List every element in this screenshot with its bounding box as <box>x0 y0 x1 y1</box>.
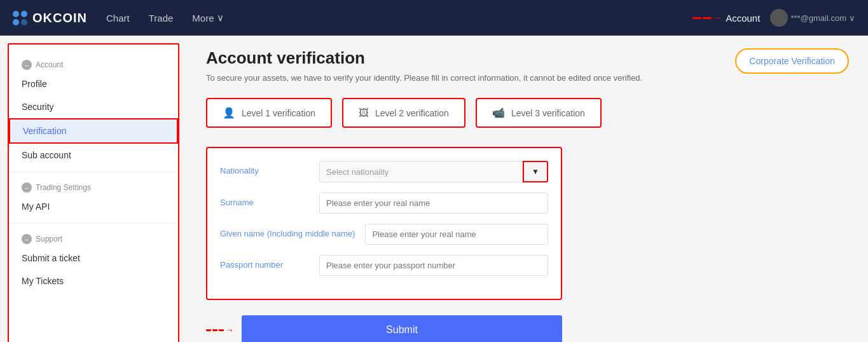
account-nav-label[interactable]: Account <box>726 13 760 24</box>
submit-button[interactable]: Submit <box>242 315 562 342</box>
level1-card[interactable]: 👤 Level 1 verification <box>206 98 332 128</box>
sidebar-item-verification[interactable]: Verification <box>9 118 178 144</box>
surname-label: Surname <box>220 193 309 207</box>
page-header: Account verification To secure your asse… <box>206 48 642 98</box>
nationality-row: Nationality Select nationality ▼ <box>220 161 548 182</box>
red-arrow-sym: → <box>713 13 722 23</box>
logo-dot-tl <box>13 11 19 17</box>
main-content: Account verification To secure your asse… <box>187 36 868 342</box>
passport-input[interactable] <box>319 255 548 276</box>
level1-label: Level 1 verification <box>242 108 315 118</box>
nav-more[interactable]: More ∨ <box>192 12 223 24</box>
submit-dash-3 <box>219 329 224 331</box>
given-name-label: Given name (Including middle name) <box>220 224 355 238</box>
account-arrow-annotation: → <box>692 13 722 23</box>
red-dash-1 <box>692 17 701 19</box>
submit-dash-1 <box>206 329 211 331</box>
level2-label: Level 2 verification <box>375 108 449 118</box>
verification-form: Nationality Select nationality ▼ Surname <box>206 147 562 300</box>
page-title: Account verification <box>206 48 642 68</box>
top-content: Account verification To secure your asse… <box>206 48 849 98</box>
logo-dots <box>13 11 27 25</box>
sidebar-section-title-trading: – Trading Settings <box>9 177 178 195</box>
chevron-down-icon: ∨ <box>217 12 224 24</box>
sidebar-item-myapi[interactable]: My API <box>9 195 178 218</box>
nationality-control: Select nationality ▼ <box>319 161 548 182</box>
given-name-row: Given name (Including middle name) <box>220 224 548 245</box>
minus-icon-2: – <box>22 182 32 193</box>
sidebar-item-security[interactable]: Security <box>9 95 178 118</box>
chevron-down-icon: ▼ <box>532 167 539 176</box>
header-right: → Account ***@gmail.com ∨ <box>692 9 855 27</box>
minus-icon: – <box>22 60 32 70</box>
passport-row: Passport number <box>220 255 548 276</box>
surname-input[interactable] <box>319 193 548 214</box>
submit-area: → Submit <box>206 315 562 342</box>
nav-chart[interactable]: Chart <box>106 13 130 24</box>
level3-label: Level 3 verification <box>511 108 585 118</box>
sidebar-item-my-tickets[interactable]: My Tickets <box>9 270 178 292</box>
sidebar-section-title-support: – Support <box>9 229 178 247</box>
logo-text: OKCOIN <box>32 11 87 25</box>
surname-control <box>319 193 548 214</box>
verification-levels: 👤 Level 1 verification 🖼 Level 2 verific… <box>206 98 849 128</box>
sidebar-item-profile[interactable]: Profile <box>9 72 178 95</box>
header-account[interactable]: → Account <box>692 13 760 24</box>
user-avatar <box>770 9 788 27</box>
logo-dot-bl <box>13 19 19 25</box>
nationality-dropdown-button[interactable]: ▼ <box>523 161 548 182</box>
level1-icon: 👤 <box>223 107 235 119</box>
chevron-down-icon: ∨ <box>849 13 855 23</box>
email-text: ***@gmail.com <box>790 13 846 23</box>
logo: OKCOIN <box>13 11 87 25</box>
given-name-control <box>365 224 548 245</box>
submit-arrow-annotation: → <box>206 325 234 335</box>
header: OKCOIN Chart Trade More ∨ → Account ***@… <box>0 0 868 36</box>
email-display[interactable]: ***@gmail.com ∨ <box>770 9 855 27</box>
page-subtitle: To secure your assets, we have to verify… <box>206 73 642 83</box>
corporate-verification-button[interactable]: Corporate Verification <box>735 48 849 74</box>
sidebar-section-trading: – Trading Settings My API <box>9 177 178 218</box>
level2-card[interactable]: 🖼 Level 2 verification <box>342 98 465 128</box>
main-layout: – Account Profile Security Verification … <box>0 36 868 342</box>
level3-card[interactable]: 📹 Level 3 verification <box>476 98 602 128</box>
given-name-input[interactable] <box>365 224 548 245</box>
surname-row: Surname <box>220 193 548 214</box>
sidebar-divider-2 <box>9 223 178 224</box>
red-dash-2 <box>703 17 712 19</box>
minus-icon-3: – <box>22 234 32 244</box>
submit-arrow-sym: → <box>225 325 234 335</box>
sidebar-item-submit-ticket[interactable]: Submit a ticket <box>9 247 178 270</box>
logo-dot-tr <box>21 11 27 17</box>
passport-label: Passport number <box>220 255 309 270</box>
sidebar: – Account Profile Security Verification … <box>8 43 179 342</box>
sidebar-section-title-account: – Account <box>9 55 178 72</box>
sidebar-divider-1 <box>9 172 178 172</box>
level2-icon: 🖼 <box>359 107 369 119</box>
nationality-select[interactable]: Select nationality <box>319 161 523 182</box>
header-left: OKCOIN Chart Trade More ∨ <box>13 11 224 25</box>
passport-control <box>319 255 548 276</box>
nationality-label: Nationality <box>220 161 309 175</box>
sidebar-section-account: – Account Profile Security Verification … <box>9 55 178 167</box>
logo-dot-br <box>21 19 27 25</box>
sidebar-section-support: – Support Submit a ticket My Tickets <box>9 229 178 292</box>
nav-trade[interactable]: Trade <box>149 13 174 24</box>
submit-dash-2 <box>212 329 217 331</box>
level3-icon: 📹 <box>492 107 505 119</box>
sidebar-item-subaccount[interactable]: Sub account <box>9 144 178 167</box>
